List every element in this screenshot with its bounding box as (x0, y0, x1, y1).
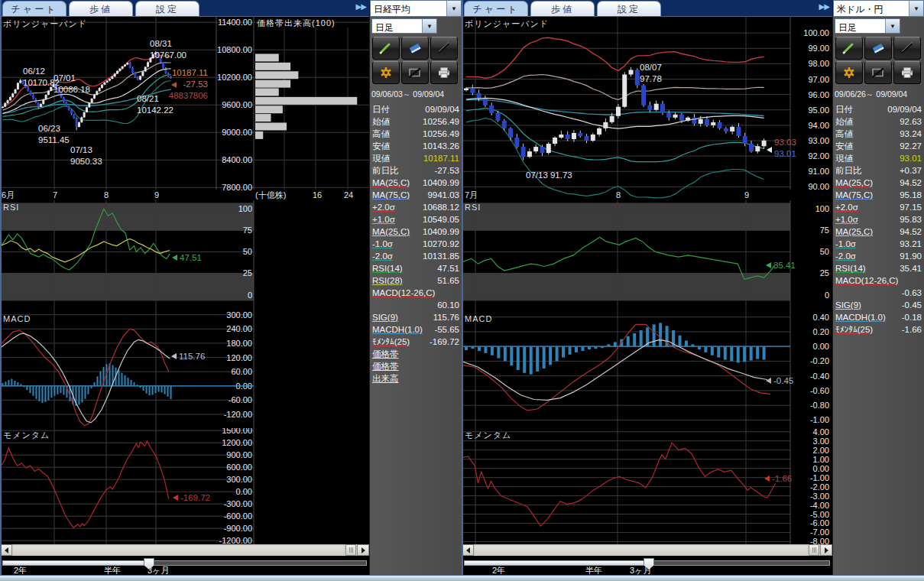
row-label[interactable]: +2.0σ (835, 201, 858, 213)
window-left-border (462, 0, 463, 575)
draw-pencil-button[interactable] (372, 37, 400, 60)
bollinger-chart-panel[interactable]: 100.0099.0098.0097.0096.0095.0094.0093.0… (462, 17, 832, 200)
eraser-button[interactable] (401, 37, 429, 60)
table-link[interactable]: 出来高 (370, 372, 462, 385)
row-label[interactable]: -2.0σ (835, 250, 856, 262)
macd-panel[interactable]: 300.00240.00180.00120.0060.000.00-60.00-… (0, 312, 369, 428)
trend-line-button[interactable] (893, 37, 921, 60)
macd-panel[interactable]: 0.400.200.00-0.20-0.40-0.60-0.80-1.00-0.… (462, 312, 832, 428)
tab-overflow-arrows-icon[interactable]: ▶▶ (819, 2, 829, 11)
table-link[interactable]: 価格帯 (370, 348, 462, 360)
row-label[interactable]: MA(25,C) (835, 177, 873, 189)
svg-text:9: 9 (744, 190, 749, 200)
tab-price-steps[interactable]: 歩値 (69, 1, 133, 16)
box-line-button[interactable] (401, 61, 429, 84)
svg-text:-0.80: -0.80 (810, 401, 829, 410)
scroll-right-button[interactable] (357, 544, 369, 556)
time-range-slider[interactable]: 2年半年3ヶ月 (0, 556, 369, 575)
symbol-select[interactable]: 米ドル・円 ▼ (833, 0, 924, 17)
chevron-down-icon[interactable]: ▼ (446, 1, 461, 16)
svg-text:50: 50 (820, 247, 829, 256)
row-label[interactable]: ﾓﾒﾝﾀﾑ(25) (372, 336, 410, 348)
draw-pencil-button[interactable] (835, 37, 863, 60)
period-select[interactable]: 日足 ▼ (371, 18, 437, 34)
scroll-left-button[interactable] (0, 544, 12, 556)
table-row: 安値 92.27 (833, 140, 924, 152)
row-label: 高値 (372, 128, 390, 140)
row-label[interactable]: ﾓﾒﾝﾀﾑ(25) (835, 323, 873, 336)
scroll-right-button[interactable] (820, 544, 832, 556)
chevron-down-icon[interactable]: ▼ (885, 19, 900, 33)
row-label[interactable]: MA(25,C) (372, 177, 410, 189)
table-link[interactable]: 価格帯 (370, 360, 462, 372)
svg-text:240.00: 240.00 (226, 324, 252, 333)
scrollbar-track[interactable] (474, 544, 808, 556)
rsi-panel[interactable]: 100755025035.41RSI (462, 200, 832, 312)
bollinger-chart-panel[interactable]: 11400.0010800.0010200.009600.009000.0084… (0, 17, 369, 200)
tab-settings[interactable]: 設定 (597, 1, 661, 16)
tab-chart[interactable]: チャート (464, 1, 528, 16)
eraser-button[interactable] (864, 37, 892, 60)
svg-text:-1200.00: -1200.00 (219, 536, 252, 544)
row-label[interactable]: RSI(28) (372, 274, 403, 287)
scroll-left-button[interactable] (462, 544, 474, 556)
row-label[interactable]: -1.0σ (835, 238, 856, 250)
scrollbar-thumb[interactable] (809, 544, 819, 556)
date-range: 09/06/03～ 09/09/04 (370, 85, 462, 102)
print-button[interactable] (893, 61, 921, 84)
trend-line-button[interactable] (430, 37, 458, 60)
row-label[interactable]: SIG(9) (372, 311, 398, 323)
table-row: MA(75,C) 9941.03 (370, 189, 462, 201)
row-label[interactable]: MACDH(1.0) (835, 311, 886, 323)
chevron-down-icon[interactable]: ▼ (422, 19, 436, 33)
row-label[interactable]: MA(75,C) (835, 189, 873, 201)
tab-overflow-arrows-icon[interactable]: ▶▶ (356, 2, 366, 11)
row-label[interactable]: SIG(9) (835, 299, 861, 311)
print-button[interactable] (430, 61, 458, 84)
tab-settings[interactable]: 設定 (135, 1, 199, 16)
horizontal-scrollbar[interactable] (462, 544, 832, 556)
trend-line-icon (436, 41, 452, 55)
svg-text:ボリンジャーバンド: ボリンジャーバンド (465, 19, 549, 28)
svg-text:100.00: 100.00 (803, 28, 829, 37)
table-row: 日付 09/09/04 (833, 103, 924, 115)
row-label[interactable]: RSI(14) (835, 262, 866, 274)
rsi-panel[interactable]: 100755025047.51RSI (0, 200, 369, 312)
table-row: MA(25,C) 10409.99 (370, 177, 462, 189)
row-label[interactable]: -2.0σ (372, 250, 393, 262)
row-label[interactable]: +1.0σ (372, 213, 395, 226)
row-label[interactable]: MA(25,C) (835, 226, 873, 238)
svg-text:93.01: 93.01 (774, 149, 796, 158)
table-row: SIG(9) 115.76 (370, 311, 462, 323)
row-label[interactable]: MACD(12-26,C) (372, 287, 435, 299)
row-label[interactable]: +1.0σ (835, 213, 858, 226)
window-left-border (0, 0, 2, 575)
svg-text:モメンタム: モメンタム (3, 430, 50, 440)
time-range-slider[interactable]: 2年半年3ヶ月 (462, 556, 832, 575)
momentum-panel[interactable]: 4.003.002.001.000.00-1.00-2.00-3.00-4.00… (462, 428, 832, 544)
box-line-button[interactable] (864, 61, 892, 84)
tab-chart[interactable]: チャート (2, 1, 66, 16)
symbol-select[interactable]: 日経平均 ▼ (370, 0, 462, 17)
period-select[interactable]: 日足 ▼ (835, 18, 900, 34)
tab-price-steps[interactable]: 歩値 (530, 1, 595, 16)
row-label[interactable]: MACD(12-26,C) (835, 274, 898, 287)
momentum-panel[interactable]: 1500.001200.00900.00600.00300.000.00-300… (0, 428, 369, 544)
indicator-table: 日付 09/09/04 始値 92.63 高値 93.24 安値 92.27 現… (833, 103, 924, 336)
scrollbar-thumb[interactable] (345, 544, 356, 556)
svg-text:ボリンジャーバンド: ボリンジャーバンド (3, 19, 87, 28)
row-label[interactable]: RSI(14) (372, 262, 403, 274)
settings-button[interactable] (372, 61, 400, 84)
row-label[interactable]: MACDH(1.0) (372, 323, 423, 336)
chevron-down-icon[interactable]: ▼ (909, 1, 923, 16)
row-label[interactable]: MA(25,C) (372, 226, 410, 238)
settings-button[interactable] (835, 61, 863, 84)
table-row: 現値 93.01 (833, 152, 924, 164)
row-value: 10256.49 (423, 128, 459, 140)
row-label[interactable]: MA(75,C) (372, 189, 410, 201)
scrollbar-track[interactable] (12, 544, 345, 556)
row-label[interactable]: -1.0σ (372, 238, 393, 250)
horizontal-scrollbar[interactable] (0, 544, 369, 556)
row-label[interactable]: +2.0σ (372, 201, 395, 213)
svg-text:10767.00: 10767.00 (150, 50, 186, 60)
